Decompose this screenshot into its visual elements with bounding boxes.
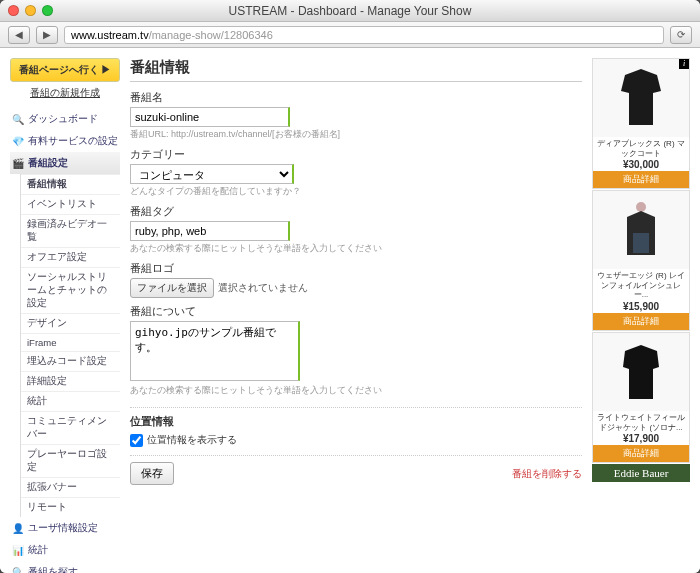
show-name-help: 番組URL: http://ustream.tv/channel/[お客様の番組… [130,128,582,141]
product-name: ディアブレックス (R) マックコート [593,137,689,158]
diamond-icon: 💎 [12,135,24,147]
sub-remote[interactable]: リモート [21,497,120,517]
about-label: 番組について [130,304,582,319]
save-button[interactable]: 保存 [130,462,174,485]
no-file-label: 選択されていません [218,282,308,293]
sidebar-item-label: ユーザ情報設定 [28,521,98,535]
minimize-window-button[interactable] [25,5,36,16]
sidebar-item-label: 番組設定 [28,156,68,170]
about-textarea[interactable] [130,321,300,381]
category-select[interactable]: コンピュータ [130,164,294,184]
tags-help: あなたの検索する際にヒットしそうな単語を入力してください [130,242,582,255]
search-icon: 🔍 [12,566,24,573]
ad-brand-logo[interactable]: Eddie Bauer [592,464,690,482]
ad-card[interactable]: i ディアブレックス (R) マックコート ¥30,000 商品詳細 [592,58,690,189]
location-checkbox-label: 位置情報を表示する [147,433,237,447]
sub-design[interactable]: デザイン [21,313,120,333]
info-badge-icon: i [679,59,689,69]
logo-label: 番組ロゴ [130,261,582,276]
tags-label: 番組タグ [130,204,582,219]
main-panel: 番組情報 番組名 番組URL: http://ustream.tv/channe… [130,58,582,573]
product-image [593,191,689,269]
url-path: /manage-show/12806346 [149,29,273,41]
url-domain: www.ustream.tv [71,29,149,41]
sidebar: 番組ページへ行く ▶ 番組の新規作成 🔍ダッシュボード 💎有料サービスの設定 🎬… [10,58,120,573]
category-label: カテゴリー [130,147,582,162]
zoom-window-button[interactable] [42,5,53,16]
create-new-show-link[interactable]: 番組の新規作成 [10,86,120,100]
sub-stats[interactable]: 統計 [21,391,120,411]
sub-recorded-videos[interactable]: 録画済みビデオ一覧 [21,214,120,247]
back-button[interactable]: ◀ [8,26,30,44]
product-image [593,333,689,411]
sub-social-chat[interactable]: ソーシャルストリームとチャットの設定 [21,267,120,313]
svg-point-0 [636,202,646,212]
svg-rect-1 [633,233,649,253]
reload-button[interactable]: ⟳ [670,26,692,44]
chart-icon: 📊 [12,544,24,556]
clapper-icon: 🎬 [12,157,24,169]
delete-show-link[interactable]: 番組を削除する [512,467,582,481]
sub-player-logo[interactable]: プレーヤーロゴ設定 [21,444,120,477]
choose-file-button[interactable]: ファイルを選択 [130,278,214,298]
sidebar-item-label: 有料サービスの設定 [28,134,118,148]
location-checkbox-row[interactable]: 位置情報を表示する [130,433,582,447]
sub-show-info[interactable]: 番組情報 [21,174,120,194]
location-heading: 位置情報 [130,414,582,429]
sub-extended-banner[interactable]: 拡張バナー [21,477,120,497]
sidebar-item-user-settings[interactable]: 👤ユーザ情報設定 [10,517,120,539]
product-name: ライトウェイトフィールドジャケット (ソロナ... [593,411,689,432]
product-price: ¥30,000 [593,158,689,171]
sidebar-item-find-shows[interactable]: 🔍番組を探す [10,561,120,573]
go-to-show-button[interactable]: 番組ページへ行く ▶ [10,58,120,82]
sidebar-item-label: 番組を探す [28,565,78,573]
browser-toolbar: ◀ ▶ www.ustream.tv/manage-show/12806346 … [0,22,700,48]
sidebar-item-paid-services[interactable]: 💎有料サービスの設定 [10,130,120,152]
sidebar-subitems: 番組情報 イベントリスト 録画済みビデオ一覧 オフエア設定 ソーシャルストリーム… [20,174,120,517]
sub-embed-code[interactable]: 埋込みコード設定 [21,351,120,371]
search-icon: 🔍 [12,113,24,125]
product-more-button[interactable]: 商品詳細 [593,445,689,462]
sub-offair-settings[interactable]: オフエア設定 [21,247,120,267]
category-help: どんなタイプの番組を配信していますか？ [130,185,582,198]
product-more-button[interactable]: 商品詳細 [593,313,689,330]
product-image [593,59,689,137]
sidebar-item-label: 統計 [28,543,48,557]
window-title: USTREAM - Dashboard - Manage Your Show [0,4,700,18]
location-checkbox[interactable] [130,434,143,447]
show-name-input[interactable] [130,107,290,127]
address-bar[interactable]: www.ustream.tv/manage-show/12806346 [64,26,664,44]
sidebar-item-stats[interactable]: 📊統計 [10,539,120,561]
show-name-label: 番組名 [130,90,582,105]
sub-community[interactable]: コミュニティメンバー [21,411,120,444]
product-price: ¥15,900 [593,300,689,313]
sub-advanced[interactable]: 詳細設定 [21,371,120,391]
ad-card[interactable]: ウェザーエッジ (R) レインフォイルインシュレー... ¥15,900 商品詳… [592,190,690,331]
user-icon: 👤 [12,522,24,534]
sidebar-item-show-settings[interactable]: 🎬番組設定 [10,152,120,174]
sidebar-item-dashboard[interactable]: 🔍ダッシュボード [10,108,120,130]
product-more-button[interactable]: 商品詳細 [593,171,689,188]
forward-button[interactable]: ▶ [36,26,58,44]
ad-column: i ディアブレックス (R) マックコート ¥30,000 商品詳細 ウェザーエ… [592,58,690,573]
about-help: あなたの検索する際にヒットしそうな単語を入力してください [130,384,582,397]
sidebar-item-label: ダッシュボード [28,112,98,126]
sub-event-list[interactable]: イベントリスト [21,194,120,214]
tags-input[interactable] [130,221,290,241]
window-titlebar: USTREAM - Dashboard - Manage Your Show [0,0,700,22]
ad-card[interactable]: ライトウェイトフィールドジャケット (ソロナ... ¥17,900 商品詳細 [592,332,690,463]
close-window-button[interactable] [8,5,19,16]
sub-iframe[interactable]: iFrame [21,333,120,351]
product-price: ¥17,900 [593,432,689,445]
page-heading: 番組情報 [130,58,582,82]
product-name: ウェザーエッジ (R) レインフォイルインシュレー... [593,269,689,300]
